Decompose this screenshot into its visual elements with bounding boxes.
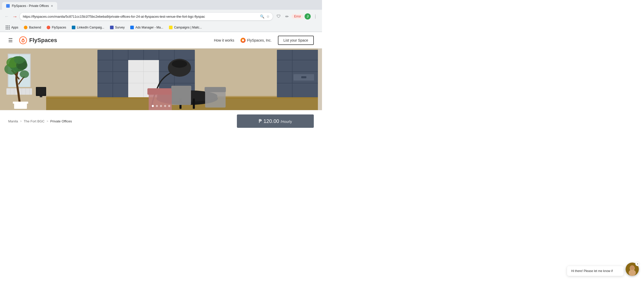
bottom-bar: Manila > The Fort BGC > Private Offices … xyxy=(0,110,322,132)
breadcrumb-sep-1: > xyxy=(20,120,22,123)
search-icon[interactable]: 🔍 xyxy=(260,14,264,18)
bookmark-linkedin[interactable]: LinkedIn Campaig... xyxy=(69,25,107,30)
tab-bar: FlySpaces - Private Offices × xyxy=(0,0,322,10)
address-bar-icons: 🔍 ☆ xyxy=(260,14,270,18)
backend-favicon xyxy=(24,26,27,29)
bookmark-ads-label: Ads Manager - Ma... xyxy=(135,26,163,29)
flyspaces-favicon xyxy=(47,26,50,29)
hamburger-menu[interactable]: ☰ xyxy=(8,37,13,43)
bookmark-campaigns[interactable]: Campaigns | Mailc... xyxy=(166,25,205,30)
extension-pen-button[interactable]: ✏ xyxy=(283,13,290,20)
price-unit: /Hourly xyxy=(280,120,292,124)
ads-favicon xyxy=(130,26,134,29)
error-badge[interactable]: Error xyxy=(291,14,304,19)
shield-icon: 🛡 xyxy=(277,14,281,19)
bookmark-star-icon[interactable]: ☆ xyxy=(266,14,270,18)
svg-rect-54 xyxy=(205,87,226,92)
svg-rect-29 xyxy=(40,96,42,97)
bookmark-apps-label: Apps xyxy=(11,26,18,29)
breadcrumb-current: Private Offices xyxy=(50,119,72,123)
address-bar[interactable]: https://flyspaces.com/manila/5c8711cc15b… xyxy=(19,12,273,21)
svg-rect-28 xyxy=(37,88,45,95)
svg-rect-50 xyxy=(147,88,172,95)
svg-rect-26 xyxy=(13,102,28,104)
bookmark-flyspaces[interactable]: FlySpaces xyxy=(44,25,69,30)
svg-rect-48 xyxy=(193,99,195,109)
tab-favicon xyxy=(6,4,10,8)
extension-shield-button[interactable]: 🛡 xyxy=(275,13,282,20)
bookmark-ads-manager[interactable]: Ads Manager - Ma... xyxy=(128,25,166,30)
apps-grid-icon xyxy=(6,25,10,30)
survey-favicon xyxy=(110,26,114,29)
back-button[interactable]: ← xyxy=(3,13,10,20)
hero-section xyxy=(0,49,322,110)
bookmark-campaigns-label: Campaigns | Mailc... xyxy=(174,26,202,29)
arrow-indicator: → xyxy=(12,14,17,20)
active-tab[interactable]: FlySpaces - Private Offices × xyxy=(2,2,57,10)
bookmark-backend[interactable]: Backend xyxy=(21,25,44,30)
header-nav: How it works FlySpaces, Inc. List your S… xyxy=(214,36,314,45)
svg-rect-52 xyxy=(171,86,191,91)
breadcrumb-sep-2: > xyxy=(47,120,48,123)
svg-rect-49 xyxy=(149,93,172,110)
logo-icon xyxy=(19,36,27,44)
logo-text: FlySpaces xyxy=(29,37,57,44)
svg-rect-61 xyxy=(301,76,306,78)
bookmark-survey[interactable]: Survey xyxy=(107,25,127,30)
bookmarks-bar: Apps Backend FlySpaces LinkedIn Campaig.… xyxy=(0,23,322,32)
carousel-dot-3[interactable] xyxy=(160,105,162,107)
tab-title: FlySpaces - Private Offices xyxy=(12,4,49,8)
svg-rect-51 xyxy=(172,90,191,105)
address-bar-row: ← → https://flyspaces.com/manila/5c8711c… xyxy=(0,10,322,23)
price-symbol: ₱ xyxy=(259,118,262,124)
site-logo[interactable]: FlySpaces xyxy=(19,36,214,44)
carousel-dot-1[interactable] xyxy=(152,105,154,107)
linkedin-favicon xyxy=(72,26,75,29)
toolbar-icons: 🛡 ✏ Error J ⋮ xyxy=(275,13,319,20)
svg-rect-53 xyxy=(205,91,226,108)
red-arrow-icon: → xyxy=(12,14,17,20)
carousel-dot-5[interactable] xyxy=(168,105,170,107)
bookmark-flyspaces-label: FlySpaces xyxy=(52,26,66,29)
more-icon: ⋮ xyxy=(313,14,317,19)
carousel-dots xyxy=(152,105,170,107)
breadcrumb-manila[interactable]: Manila xyxy=(8,119,18,123)
svg-rect-55 xyxy=(277,50,322,97)
company-name: FlySpaces, Inc. xyxy=(247,38,272,42)
site-header: ☰ FlySpaces How it works FlySpaces, Inc.… xyxy=(0,32,322,49)
back-icon: ← xyxy=(4,14,9,19)
svg-point-24 xyxy=(20,70,29,78)
list-space-button[interactable]: List your Space xyxy=(278,36,314,45)
svg-point-44 xyxy=(172,60,187,68)
breadcrumb: Manila > The Fort BGC > Private Offices xyxy=(8,119,237,123)
profile-avatar[interactable]: J xyxy=(305,13,311,20)
location-icon xyxy=(240,38,246,43)
bookmark-backend-label: Backend xyxy=(29,26,41,29)
office-scene xyxy=(0,49,322,110)
price-display: ₱ 120.00 /Hourly xyxy=(259,118,292,124)
carousel-dot-4[interactable] xyxy=(164,105,166,107)
url-display: https://flyspaces.com/manila/5c8711cc15b… xyxy=(23,15,258,18)
bookmark-survey-label: Survey xyxy=(115,26,125,29)
svg-point-23 xyxy=(14,56,24,64)
bookmark-apps[interactable]: Apps xyxy=(3,24,21,31)
price-amount: 120.00 xyxy=(264,118,279,124)
location-badge: FlySpaces, Inc. xyxy=(240,38,272,43)
price-bar: ₱ 120.00 /Hourly xyxy=(237,114,314,128)
svg-point-1 xyxy=(22,40,24,42)
more-menu-button[interactable]: ⋮ xyxy=(312,13,319,20)
pen-icon: ✏ xyxy=(285,14,289,19)
tab-close-button[interactable]: × xyxy=(51,4,53,8)
how-it-works-link[interactable]: How it works xyxy=(214,38,234,42)
browser-chrome: FlySpaces - Private Offices × ← → https:… xyxy=(0,0,322,32)
svg-rect-62 xyxy=(318,49,322,110)
campaigns-favicon xyxy=(169,26,173,29)
breadcrumb-fortbgc[interactable]: The Fort BGC xyxy=(24,119,45,123)
website-content: ☰ FlySpaces How it works FlySpaces, Inc.… xyxy=(0,32,322,132)
bookmark-linkedin-label: LinkedIn Campaig... xyxy=(77,26,104,29)
carousel-dot-2[interactable] xyxy=(156,105,158,107)
